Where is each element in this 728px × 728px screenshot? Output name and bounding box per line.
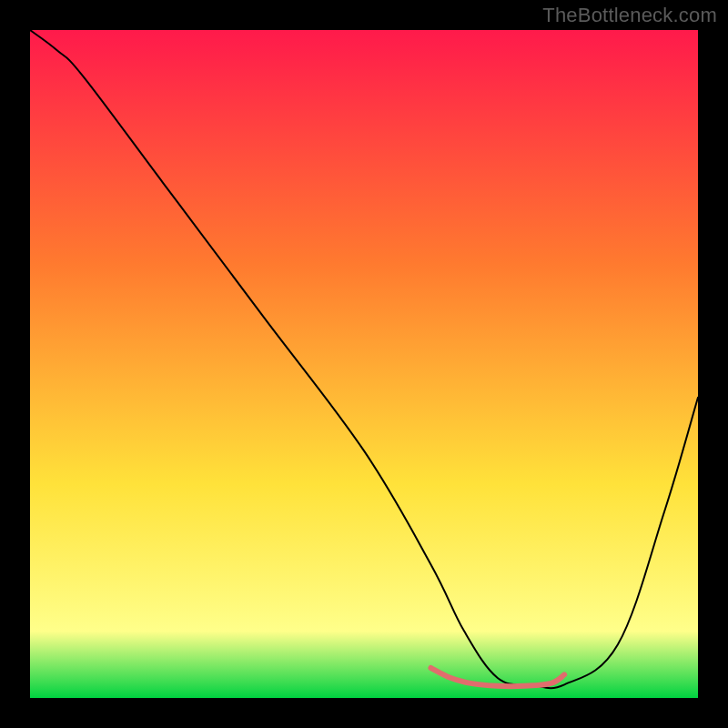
gradient-background (30, 30, 698, 698)
chart-svg (30, 30, 698, 698)
plot-area (30, 30, 698, 698)
chart-frame: TheBottleneck.com (0, 0, 728, 728)
watermark-text: TheBottleneck.com (542, 4, 717, 27)
